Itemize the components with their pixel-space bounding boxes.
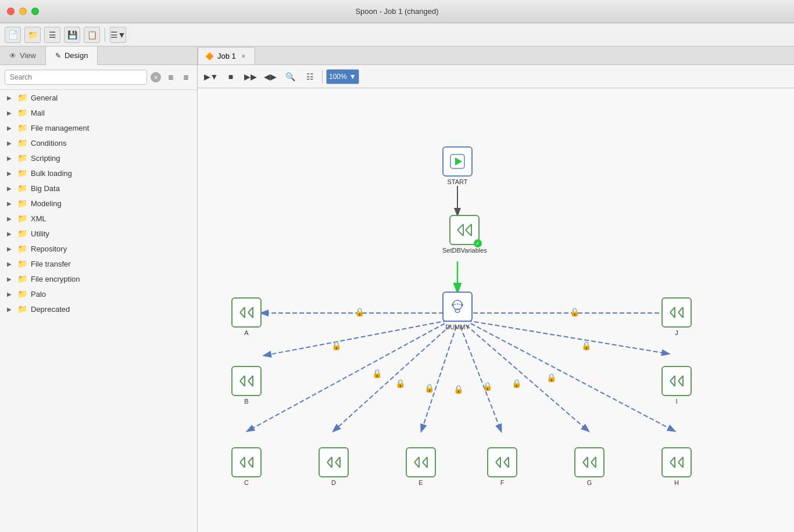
minimize-button[interactable]: [19, 8, 27, 15]
run-button[interactable]: ▶▼: [202, 69, 220, 85]
search-icons: ≣ ≣: [164, 71, 192, 84]
save-list-button[interactable]: ☰: [44, 27, 60, 43]
tab-close-button[interactable]: ✕: [239, 52, 248, 60]
canvas-tab-job1[interactable]: 🔶 Job 1 ✕: [198, 47, 255, 64]
tree-label-general: General: [31, 94, 190, 102]
node-i[interactable]: I: [661, 366, 692, 405]
svg-line-51: [335, 457, 340, 462]
tree-item-mail[interactable]: ▶ 📁 Mail: [0, 105, 197, 120]
tree-item-modeling[interactable]: ▶ 📁 Modeling: [0, 196, 197, 211]
node-d[interactable]: D: [319, 447, 349, 486]
tree-item-xml[interactable]: ▶ 📁 XML: [0, 211, 197, 226]
svg-line-47: [248, 462, 253, 468]
tree-item-palo[interactable]: ▶ 📁 Palo: [0, 286, 197, 301]
svg-line-39: [248, 376, 253, 381]
tree-label-big-data: Big Data: [31, 184, 190, 193]
svg-line-77: [678, 462, 683, 468]
svg-line-17: [457, 224, 463, 230]
tree-item-file-management[interactable]: ▶ 📁 File management: [0, 120, 197, 135]
node-setdb[interactable]: ✓ SetDBVariables: [442, 215, 487, 254]
save-as-button[interactable]: 📋: [84, 27, 100, 43]
arrow-icon: ▶: [7, 200, 14, 207]
svg-point-29: [461, 304, 463, 306]
preview-button[interactable]: ◀▶: [262, 69, 279, 85]
lock-icon-j: 🔒: [570, 307, 580, 317]
svg-line-48: [327, 457, 332, 462]
node-setdb-label: SetDBVariables: [442, 247, 487, 254]
tree-label-repository: Repository: [31, 245, 190, 253]
tree-item-file-encryption[interactable]: ▶ 📁 File encryption: [0, 271, 197, 286]
tab-design[interactable]: ✎ Design: [46, 46, 98, 65]
node-a-label: A: [244, 329, 248, 336]
node-g[interactable]: G: [574, 447, 605, 486]
zoom-dropdown-icon: ▼: [349, 73, 356, 81]
node-j[interactable]: J: [661, 297, 692, 336]
design-icon: ✎: [55, 52, 61, 60]
svg-line-63: [504, 457, 509, 462]
layers-button[interactable]: ☰▼: [110, 27, 126, 43]
node-g-icon: [581, 454, 598, 470]
right-panel: 🔶 Job 1 ✕ ▶▼ ■ ▶▶ ◀▶ 🔍 ☷ 100% ▼: [198, 46, 794, 532]
node-b[interactable]: B: [231, 366, 262, 405]
tree-label-conditions: Conditions: [31, 139, 190, 148]
check-button[interactable]: 🔍: [281, 69, 299, 85]
svg-line-9: [248, 323, 445, 431]
arrow-icon: ▶: [7, 215, 14, 222]
save-button[interactable]: 💾: [64, 27, 80, 43]
node-a-box: [231, 297, 262, 328]
lock-icon-g2: 🔒: [482, 382, 492, 391]
node-b-icon: [238, 373, 255, 389]
tree-item-utility[interactable]: ▶ 📁 Utility: [0, 226, 197, 241]
svg-line-41: [248, 381, 253, 386]
svg-line-71: [591, 462, 596, 468]
node-c[interactable]: C: [231, 447, 262, 486]
svg-line-36: [240, 376, 245, 381]
svg-line-45: [248, 457, 253, 462]
tree-label-mail: Mail: [31, 109, 190, 117]
run-remote-button[interactable]: ▶▶: [242, 69, 259, 85]
node-f[interactable]: F: [487, 447, 517, 486]
tree-item-file-transfer[interactable]: ▶ 📁 File transfer: [0, 256, 197, 271]
tree-item-deprecated[interactable]: ▶ 📁 Deprecated: [0, 301, 197, 317]
search-input[interactable]: [5, 70, 147, 85]
tree-item-big-data[interactable]: ▶ 📁 Big Data: [0, 181, 197, 196]
arrow-icon: ▶: [7, 261, 14, 267]
node-start[interactable]: START: [442, 146, 473, 185]
zoom-value: 100%: [329, 73, 347, 81]
lock-icon-i: 🔒: [581, 341, 591, 350]
zoom-select[interactable]: 100% ▼: [326, 69, 359, 84]
canvas-tabbar: 🔶 Job 1 ✕: [198, 46, 794, 65]
canvas-area[interactable]: 🔒 🔒 🔒 🔒 🔒 🔒 🔒 🔒 🔒 🔒 🔒 START: [198, 88, 794, 532]
node-i-icon: [668, 373, 685, 389]
maximize-button[interactable]: [31, 8, 39, 15]
tree-item-repository[interactable]: ▶ 📁 Repository: [0, 241, 197, 256]
expand-all-icon[interactable]: ≣: [164, 71, 177, 84]
close-button[interactable]: [7, 8, 15, 15]
hide-button[interactable]: ☷: [301, 69, 319, 85]
node-f-box: [487, 447, 517, 477]
tree-item-scripting[interactable]: ▶ 📁 Scripting: [0, 150, 197, 166]
stop-button[interactable]: ■: [222, 69, 239, 85]
collapse-all-icon[interactable]: ≣: [180, 71, 192, 84]
tree-item-bulk-loading[interactable]: ▶ 📁 Bulk loading: [0, 166, 197, 181]
svg-line-59: [423, 462, 427, 468]
tree-item-conditions[interactable]: ▶ 📁 Conditions: [0, 135, 197, 150]
node-e[interactable]: E: [406, 447, 436, 486]
folder-icon: 📁: [17, 138, 27, 148]
new-button[interactable]: 📄: [5, 27, 21, 43]
node-g-box: [574, 447, 605, 477]
tree-item-general[interactable]: ▶ 📁 General: [0, 90, 197, 105]
node-dummy[interactable]: DUMMY: [442, 292, 473, 330]
node-h[interactable]: H: [661, 447, 692, 486]
svg-line-22: [466, 230, 471, 236]
open-button[interactable]: 📁: [24, 27, 41, 43]
search-bar: ✕ ≣ ≣: [0, 65, 197, 90]
tab-view[interactable]: 👁 View: [0, 46, 46, 64]
node-h-icon: [668, 454, 685, 470]
tree-label-palo: Palo: [31, 290, 190, 299]
lock-icon-i2: 🔒: [546, 373, 556, 382]
svg-line-89: [678, 312, 683, 318]
svg-line-32: [240, 312, 245, 318]
search-clear-button[interactable]: ✕: [151, 72, 161, 82]
node-a[interactable]: A: [231, 297, 262, 336]
